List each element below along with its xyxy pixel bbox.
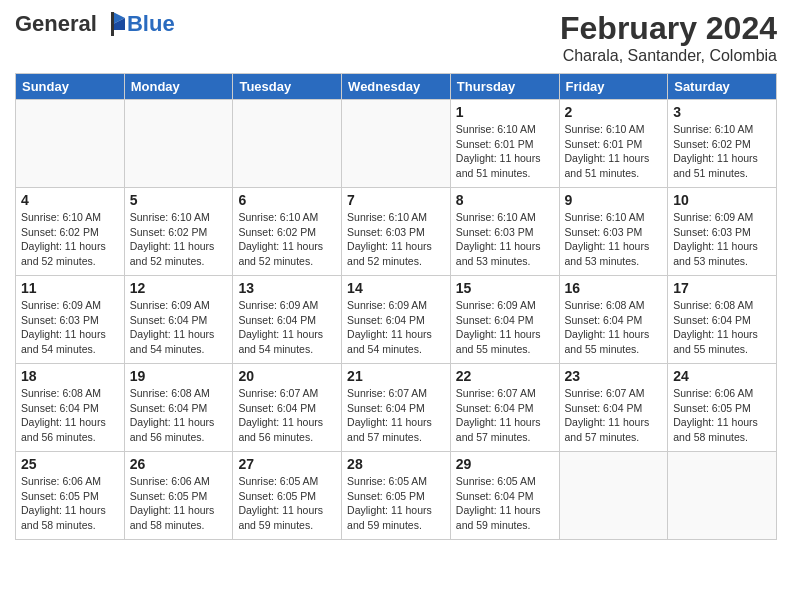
- logo-blue-text: Blue: [127, 11, 175, 37]
- day-number: 21: [347, 368, 445, 384]
- calendar-cell: 12Sunrise: 6:09 AM Sunset: 6:04 PM Dayli…: [124, 276, 233, 364]
- calendar-cell: 16Sunrise: 6:08 AM Sunset: 6:04 PM Dayli…: [559, 276, 668, 364]
- day-info: Sunrise: 6:05 AM Sunset: 6:05 PM Dayligh…: [347, 474, 445, 533]
- calendar-cell: 13Sunrise: 6:09 AM Sunset: 6:04 PM Dayli…: [233, 276, 342, 364]
- calendar-cell: 22Sunrise: 6:07 AM Sunset: 6:04 PM Dayli…: [450, 364, 559, 452]
- calendar-cell: 23Sunrise: 6:07 AM Sunset: 6:04 PM Dayli…: [559, 364, 668, 452]
- calendar-cell: [124, 100, 233, 188]
- svg-rect-2: [111, 12, 114, 36]
- calendar-cell: 19Sunrise: 6:08 AM Sunset: 6:04 PM Dayli…: [124, 364, 233, 452]
- calendar-cell: 21Sunrise: 6:07 AM Sunset: 6:04 PM Dayli…: [342, 364, 451, 452]
- day-info: Sunrise: 6:07 AM Sunset: 6:04 PM Dayligh…: [347, 386, 445, 445]
- day-number: 20: [238, 368, 336, 384]
- day-info: Sunrise: 6:07 AM Sunset: 6:04 PM Dayligh…: [456, 386, 554, 445]
- day-number: 8: [456, 192, 554, 208]
- day-info: Sunrise: 6:09 AM Sunset: 6:03 PM Dayligh…: [21, 298, 119, 357]
- day-number: 27: [238, 456, 336, 472]
- calendar-cell: 17Sunrise: 6:08 AM Sunset: 6:04 PM Dayli…: [668, 276, 777, 364]
- day-number: 4: [21, 192, 119, 208]
- day-number: 7: [347, 192, 445, 208]
- day-number: 17: [673, 280, 771, 296]
- calendar-cell: 1Sunrise: 6:10 AM Sunset: 6:01 PM Daylig…: [450, 100, 559, 188]
- month-year-title: February 2024: [560, 10, 777, 47]
- day-info: Sunrise: 6:09 AM Sunset: 6:04 PM Dayligh…: [238, 298, 336, 357]
- calendar-cell: 6Sunrise: 6:10 AM Sunset: 6:02 PM Daylig…: [233, 188, 342, 276]
- calendar-cell: 15Sunrise: 6:09 AM Sunset: 6:04 PM Dayli…: [450, 276, 559, 364]
- calendar-cell: 20Sunrise: 6:07 AM Sunset: 6:04 PM Dayli…: [233, 364, 342, 452]
- day-number: 3: [673, 104, 771, 120]
- day-info: Sunrise: 6:07 AM Sunset: 6:04 PM Dayligh…: [565, 386, 663, 445]
- day-number: 13: [238, 280, 336, 296]
- page-header: General Blue February 2024 Charala, Sant…: [15, 10, 777, 65]
- day-info: Sunrise: 6:06 AM Sunset: 6:05 PM Dayligh…: [130, 474, 228, 533]
- day-info: Sunrise: 6:09 AM Sunset: 6:03 PM Dayligh…: [673, 210, 771, 269]
- calendar-week-row: 11Sunrise: 6:09 AM Sunset: 6:03 PM Dayli…: [16, 276, 777, 364]
- day-number: 23: [565, 368, 663, 384]
- day-info: Sunrise: 6:07 AM Sunset: 6:04 PM Dayligh…: [238, 386, 336, 445]
- day-number: 15: [456, 280, 554, 296]
- calendar-cell: 9Sunrise: 6:10 AM Sunset: 6:03 PM Daylig…: [559, 188, 668, 276]
- logo-flag-icon: [99, 10, 127, 38]
- day-number: 28: [347, 456, 445, 472]
- calendar-cell: 29Sunrise: 6:05 AM Sunset: 6:04 PM Dayli…: [450, 452, 559, 540]
- calendar-cell: [233, 100, 342, 188]
- day-info: Sunrise: 6:10 AM Sunset: 6:01 PM Dayligh…: [565, 122, 663, 181]
- day-info: Sunrise: 6:05 AM Sunset: 6:04 PM Dayligh…: [456, 474, 554, 533]
- day-number: 2: [565, 104, 663, 120]
- calendar-header-row: SundayMondayTuesdayWednesdayThursdayFrid…: [16, 74, 777, 100]
- day-info: Sunrise: 6:06 AM Sunset: 6:05 PM Dayligh…: [21, 474, 119, 533]
- day-number: 6: [238, 192, 336, 208]
- day-of-week-header: Wednesday: [342, 74, 451, 100]
- calendar-cell: 28Sunrise: 6:05 AM Sunset: 6:05 PM Dayli…: [342, 452, 451, 540]
- calendar-week-row: 25Sunrise: 6:06 AM Sunset: 6:05 PM Dayli…: [16, 452, 777, 540]
- calendar-cell: [668, 452, 777, 540]
- day-number: 5: [130, 192, 228, 208]
- day-of-week-header: Saturday: [668, 74, 777, 100]
- day-of-week-header: Friday: [559, 74, 668, 100]
- day-number: 22: [456, 368, 554, 384]
- day-number: 25: [21, 456, 119, 472]
- day-info: Sunrise: 6:10 AM Sunset: 6:02 PM Dayligh…: [238, 210, 336, 269]
- calendar-cell: 5Sunrise: 6:10 AM Sunset: 6:02 PM Daylig…: [124, 188, 233, 276]
- day-number: 18: [21, 368, 119, 384]
- day-info: Sunrise: 6:08 AM Sunset: 6:04 PM Dayligh…: [130, 386, 228, 445]
- day-number: 26: [130, 456, 228, 472]
- day-info: Sunrise: 6:08 AM Sunset: 6:04 PM Dayligh…: [673, 298, 771, 357]
- day-number: 12: [130, 280, 228, 296]
- day-info: Sunrise: 6:09 AM Sunset: 6:04 PM Dayligh…: [130, 298, 228, 357]
- calendar-cell: [342, 100, 451, 188]
- location-subtitle: Charala, Santander, Colombia: [560, 47, 777, 65]
- calendar-cell: 11Sunrise: 6:09 AM Sunset: 6:03 PM Dayli…: [16, 276, 125, 364]
- day-number: 1: [456, 104, 554, 120]
- calendar-cell: 2Sunrise: 6:10 AM Sunset: 6:01 PM Daylig…: [559, 100, 668, 188]
- day-of-week-header: Sunday: [16, 74, 125, 100]
- day-info: Sunrise: 6:10 AM Sunset: 6:02 PM Dayligh…: [21, 210, 119, 269]
- calendar-cell: 24Sunrise: 6:06 AM Sunset: 6:05 PM Dayli…: [668, 364, 777, 452]
- day-number: 19: [130, 368, 228, 384]
- day-info: Sunrise: 6:09 AM Sunset: 6:04 PM Dayligh…: [456, 298, 554, 357]
- day-info: Sunrise: 6:08 AM Sunset: 6:04 PM Dayligh…: [21, 386, 119, 445]
- day-of-week-header: Monday: [124, 74, 233, 100]
- day-info: Sunrise: 6:08 AM Sunset: 6:04 PM Dayligh…: [565, 298, 663, 357]
- calendar-cell: 10Sunrise: 6:09 AM Sunset: 6:03 PM Dayli…: [668, 188, 777, 276]
- calendar-cell: 25Sunrise: 6:06 AM Sunset: 6:05 PM Dayli…: [16, 452, 125, 540]
- day-info: Sunrise: 6:10 AM Sunset: 6:02 PM Dayligh…: [673, 122, 771, 181]
- calendar-cell: 3Sunrise: 6:10 AM Sunset: 6:02 PM Daylig…: [668, 100, 777, 188]
- day-info: Sunrise: 6:06 AM Sunset: 6:05 PM Dayligh…: [673, 386, 771, 445]
- day-info: Sunrise: 6:10 AM Sunset: 6:02 PM Dayligh…: [130, 210, 228, 269]
- day-number: 9: [565, 192, 663, 208]
- day-number: 14: [347, 280, 445, 296]
- day-info: Sunrise: 6:10 AM Sunset: 6:03 PM Dayligh…: [456, 210, 554, 269]
- calendar-cell: 27Sunrise: 6:05 AM Sunset: 6:05 PM Dayli…: [233, 452, 342, 540]
- day-number: 10: [673, 192, 771, 208]
- calendar-cell: [559, 452, 668, 540]
- calendar-cell: 18Sunrise: 6:08 AM Sunset: 6:04 PM Dayli…: [16, 364, 125, 452]
- day-info: Sunrise: 6:10 AM Sunset: 6:03 PM Dayligh…: [347, 210, 445, 269]
- calendar-week-row: 18Sunrise: 6:08 AM Sunset: 6:04 PM Dayli…: [16, 364, 777, 452]
- calendar-cell: 14Sunrise: 6:09 AM Sunset: 6:04 PM Dayli…: [342, 276, 451, 364]
- calendar-cell: 8Sunrise: 6:10 AM Sunset: 6:03 PM Daylig…: [450, 188, 559, 276]
- day-info: Sunrise: 6:09 AM Sunset: 6:04 PM Dayligh…: [347, 298, 445, 357]
- day-number: 11: [21, 280, 119, 296]
- day-number: 29: [456, 456, 554, 472]
- day-of-week-header: Thursday: [450, 74, 559, 100]
